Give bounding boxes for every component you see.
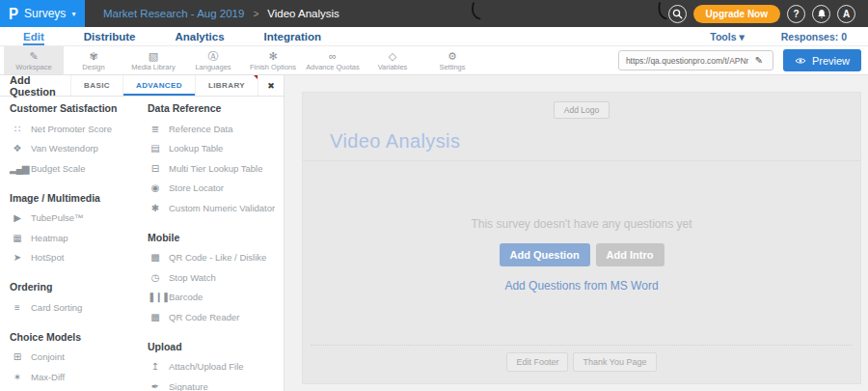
toolbar-tab-settings[interactable]: ⚙ Settings	[422, 46, 482, 74]
question-type-card-sorting[interactable]: ≡ Card Sorting	[10, 297, 140, 318]
tools-dropdown[interactable]: Tools ▾	[710, 31, 744, 42]
menu-item-edit[interactable]: Edit	[23, 27, 44, 45]
ink-stroke-artifact	[470, 2, 483, 20]
question-type-max-diff[interactable]: ✶ Max-Diff	[10, 367, 140, 387]
question-type-net-promoter-score[interactable]: ∷ Net Promoter Score	[10, 119, 140, 139]
pencil-icon: ✎	[755, 55, 763, 66]
quota-rings-icon: ∞	[329, 50, 337, 62]
thank-you-page-button[interactable]: Thank You Page	[573, 352, 656, 372]
avatar-button[interactable]: A	[837, 5, 855, 23]
section-title: Upload	[148, 327, 284, 357]
question-type-lookup-table[interactable]: ▤ Lookup Table	[148, 139, 284, 159]
edit-footer-button[interactable]: Edit Footer	[506, 352, 568, 372]
upload-icon: ↥	[148, 361, 162, 372]
survey-title: Video Analysis	[330, 130, 860, 153]
video-play-icon: ▶	[10, 212, 24, 223]
section-mobile: Mobile ▩ QR Code - Like / Dislike ◷ Stop…	[148, 218, 284, 327]
help-button[interactable]: ?	[787, 5, 805, 23]
toolbar-tab-finish-options[interactable]: ✻ Finish Options	[243, 46, 303, 74]
question-type-barcode[interactable]: ❚❙❚ Barcode	[148, 288, 284, 308]
question-type-label: Lookup Table	[169, 143, 223, 154]
question-type-reference-data[interactable]: ≣ Reference Data	[148, 119, 284, 139]
question-type-tubepulse[interactable]: ▶ TubePulse™	[10, 209, 140, 229]
question-type-label: QR Code Reader	[169, 312, 239, 322]
toolbar-tab-label: Settings	[439, 63, 465, 71]
grid-boxes-icon: ⊞	[10, 351, 24, 362]
title-divider	[303, 160, 860, 161]
question-type-label: HotSpot	[31, 252, 64, 263]
net-promoter-score-icon: ∷	[10, 124, 24, 134]
add-questions-from-ms-word-link[interactable]: Add Questions from MS Word	[504, 279, 658, 293]
notifications-button[interactable]	[812, 5, 830, 23]
question-type-conjoint[interactable]: ⊞ Conjoint	[10, 348, 140, 368]
question-type-stop-watch[interactable]: ◷ Stop Watch	[148, 267, 284, 288]
question-type-label: Attach/Upload File	[169, 361, 244, 372]
signature-icon: ✒	[148, 381, 162, 391]
responses-count[interactable]: Responses: 0	[781, 31, 847, 42]
question-type-custom-numeric-validator[interactable]: ✱ Custom Numeric Validator	[148, 198, 284, 218]
panel-title: Add Question	[0, 75, 70, 96]
gear-icon: ⚙	[448, 50, 457, 62]
card-footer: Edit Footer Thank You Page	[311, 345, 853, 383]
preview-button[interactable]: Preview	[783, 49, 861, 71]
close-panel-button[interactable]: ✖	[258, 75, 284, 96]
question-type-heatmap[interactable]: ▦ Heatmap	[10, 228, 140, 248]
asterisk-box-icon: ✱	[148, 203, 162, 213]
upgrade-now-button[interactable]: Upgrade Now	[693, 5, 780, 23]
cursor-click-icon: ➤	[10, 252, 24, 263]
section-title: Ordering	[10, 267, 140, 297]
section-upload: Upload ↥ Attach/Upload File ✒ Signature	[148, 327, 284, 391]
question-type-store-locator[interactable]: ◉ Store Locator	[148, 179, 284, 199]
question-type-label: Signature	[169, 381, 208, 391]
breadcrumb-parent-link[interactable]: Market Research - Aug 2019	[103, 8, 244, 19]
qr-code-icon: ▩	[148, 252, 162, 263]
toolbar-tab-design[interactable]: ✾ Design	[64, 46, 123, 74]
toolbar-tab-variables[interactable]: ◇ Variables	[363, 46, 422, 74]
palette-icon: ✾	[89, 50, 97, 62]
question-type-label: Van Westendorp	[31, 143, 98, 154]
toolbar-tab-workspace[interactable]: ✎ Workspace	[4, 46, 64, 74]
edit-url-button[interactable]: ✎	[748, 55, 770, 66]
tab-library[interactable]: LIBRARY	[195, 75, 258, 96]
question-type-van-westendorp[interactable]: ❖ Van Westendorp	[10, 139, 140, 159]
add-logo-row: Add Logo	[303, 93, 860, 119]
survey-url-input[interactable]	[619, 56, 748, 66]
map-pin-icon: ◉	[148, 182, 162, 193]
add-intro-button[interactable]: Add Intro	[596, 243, 665, 266]
question-type-qr-code-like-dislike[interactable]: ▩ QR Code - Like / Dislike	[148, 248, 284, 268]
breadcrumb: Market Research - Aug 2019 > Video Analy…	[103, 8, 339, 19]
barcode-icon: ❚❙❚	[148, 292, 162, 302]
question-type-label: Custom Numeric Validator	[169, 203, 275, 213]
toolbar-tab-advance-quotas[interactable]: ∞ Advance Quotas	[303, 46, 363, 74]
panel-column-1: Customer Satisfaction ∷ Net Promoter Sco…	[10, 97, 140, 391]
section-title: Image / Multimedia	[10, 179, 140, 209]
question-type-hotspot[interactable]: ➤ HotSpot	[10, 248, 140, 268]
section-choice-models: Choice Models ⊞ Conjoint ✶ Max-Diff	[10, 318, 140, 387]
add-logo-button[interactable]: Add Logo	[554, 101, 610, 119]
menu-item-analytics[interactable]: Analytics	[175, 27, 224, 45]
question-type-signature[interactable]: ✒ Signature	[148, 377, 284, 391]
surveys-menu[interactable]: P Surveys ▾	[0, 0, 85, 27]
search-button[interactable]	[668, 5, 687, 23]
question-type-qr-code-reader[interactable]: ▩ QR Code Reader	[148, 307, 284, 327]
toolbar-tab-media-library[interactable]: ▧ Media Library	[123, 46, 183, 74]
menu-item-integration[interactable]: Integration	[264, 27, 321, 45]
toolbar-tab-label: Workspace	[15, 63, 51, 71]
toolbar-tab-label: Advance Quotas	[306, 63, 359, 71]
tab-advanced[interactable]: ADVANCED	[122, 75, 195, 96]
toolbar-tab-languages[interactable]: Ⓐ Languages	[183, 46, 243, 74]
add-question-button[interactable]: Add Question	[500, 243, 590, 266]
red-corner-artifact	[254, 75, 258, 79]
panel-column-2: Data Reference ≣ Reference Data ▤ Lookup…	[140, 97, 284, 391]
question-type-attach-upload-file[interactable]: ↥ Attach/Upload File	[148, 357, 284, 377]
section-title: Choice Models	[10, 318, 140, 348]
surveys-label: Surveys	[24, 7, 66, 20]
question-type-label: Multi Tier Lookup Table	[169, 163, 263, 174]
tab-basic[interactable]: BASIC	[70, 75, 122, 96]
price-tag-icon: ❖	[10, 143, 24, 154]
question-type-multi-tier-lookup-table[interactable]: ⊟ Multi Tier Lookup Table	[148, 158, 284, 179]
question-type-budget-scale[interactable]: ▂▄▆ Budget Scale	[10, 158, 140, 179]
menu-item-distribute[interactable]: Distribute	[84, 27, 136, 45]
list-icon: ≡	[10, 302, 24, 313]
question-type-label: Budget Scale	[31, 163, 86, 174]
